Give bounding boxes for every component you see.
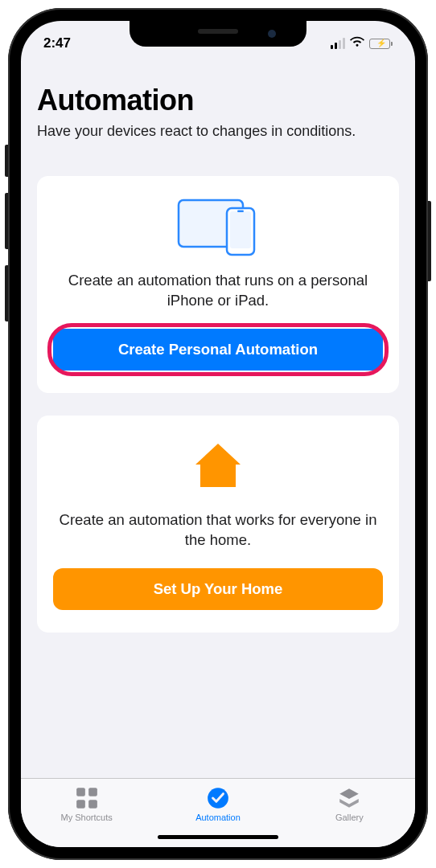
notch	[130, 21, 306, 47]
tab-bar: My Shortcuts Automation Gallery	[21, 778, 415, 847]
svg-rect-4	[76, 788, 85, 796]
home-card-description: Create an automation that works for ever…	[53, 510, 383, 551]
page-title: Automation	[37, 84, 399, 117]
tab-automation[interactable]: Automation	[153, 787, 283, 822]
highlight-annotation: Create Personal Automation	[53, 329, 383, 371]
main-content: Automation Have your devices react to ch…	[21, 59, 415, 778]
phone-frame: 2:47 ⚡ Automation Have your devices reac…	[8, 8, 428, 860]
status-time: 2:47	[43, 35, 71, 51]
devices-icon	[53, 197, 383, 256]
create-personal-automation-button[interactable]: Create Personal Automation	[53, 329, 383, 371]
tab-label: Gallery	[335, 813, 364, 822]
cellular-signal-icon	[331, 38, 345, 49]
setup-home-button[interactable]: Set Up Your Home	[53, 568, 383, 610]
gallery-icon	[337, 787, 361, 809]
tab-gallery[interactable]: Gallery	[284, 787, 414, 822]
svg-rect-2	[230, 211, 251, 248]
battery-icon: ⚡	[369, 39, 393, 49]
home-indicator[interactable]	[158, 835, 278, 839]
automation-icon	[206, 787, 230, 809]
personal-automation-card: Create an automation that runs on a pers…	[37, 176, 399, 393]
page-subtitle: Have your devices react to changes in co…	[37, 122, 399, 141]
home-icon	[53, 436, 383, 496]
tab-label: Automation	[195, 813, 241, 822]
svg-rect-7	[88, 800, 97, 809]
tab-my-shortcuts[interactable]: My Shortcuts	[22, 787, 152, 822]
personal-card-description: Create an automation that runs on a pers…	[53, 271, 383, 311]
svg-rect-5	[88, 788, 97, 796]
wifi-icon	[350, 35, 364, 51]
grid-icon	[75, 787, 99, 809]
tab-label: My Shortcuts	[61, 813, 113, 822]
svg-rect-6	[76, 800, 85, 809]
svg-rect-3	[237, 211, 244, 213]
screen: 2:47 ⚡ Automation Have your devices reac…	[21, 21, 415, 847]
home-automation-card: Create an automation that works for ever…	[37, 416, 399, 633]
